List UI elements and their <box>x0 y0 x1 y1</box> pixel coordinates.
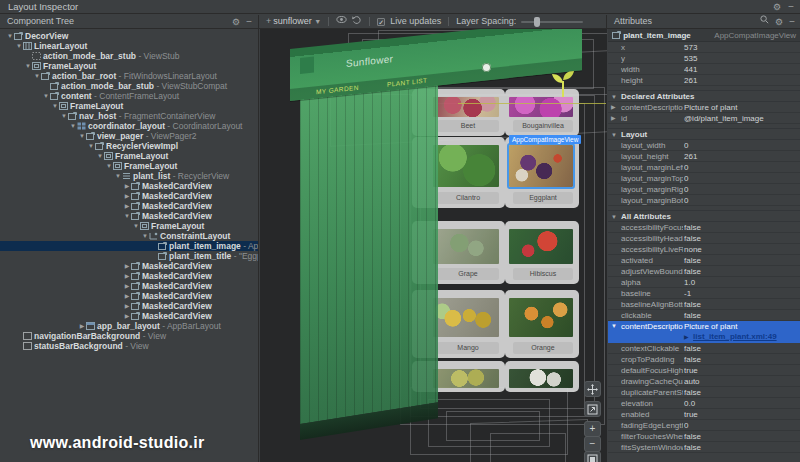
gear-icon[interactable]: ⚙ <box>232 17 240 27</box>
expander-icon[interactable]: ▼ <box>123 211 131 221</box>
slider-thumb[interactable] <box>534 17 540 27</box>
attribute-row-contentDescription[interactable]: ▼contentDescriptionPicture of plant <box>608 321 800 332</box>
attribute-row-elevation[interactable]: elevation0.0 <box>608 398 800 409</box>
expander-icon[interactable]: ▶ <box>123 271 131 281</box>
expander-icon[interactable]: ▶ <box>611 113 616 124</box>
plant-photo[interactable] <box>509 369 573 388</box>
tree-row[interactable]: ▼FrameLayout <box>0 101 258 111</box>
zoom-in-button[interactable]: + <box>584 421 601 437</box>
expander-icon[interactable]: ▶ <box>78 321 86 331</box>
selected-view-row[interactable]: plant_item_image AppCompatImageView <box>608 29 800 42</box>
attribute-row-clickable[interactable]: clickablefalse <box>608 310 800 321</box>
minimize-icon[interactable]: − <box>788 2 794 12</box>
tab-my-garden[interactable]: MY GARDEN <box>316 84 359 96</box>
expander-icon[interactable]: ▼ <box>60 111 68 121</box>
expander-icon[interactable]: ▼ <box>24 61 32 71</box>
tree-row[interactable]: ▼MaskedCardView <box>0 211 258 221</box>
view-options-icon[interactable] <box>336 15 347 28</box>
tree-row[interactable]: plant_item_title - "Eggpla... <box>0 251 258 261</box>
tree-row[interactable]: ▶MaskedCardView <box>0 201 258 211</box>
attribute-row-filterTouchesWhenOb[interactable]: filterTouchesWhenOb...false <box>608 431 800 442</box>
attribute-row-baselineAlignBottom[interactable]: baselineAlignBottomfalse <box>608 299 800 310</box>
attribute-row-drawingCacheQuality[interactable]: drawingCacheQualityauto <box>608 376 800 387</box>
refresh-icon[interactable] <box>352 15 362 29</box>
expander-icon[interactable]: ▶ <box>684 332 689 342</box>
gear-icon[interactable]: ⚙ <box>773 2 781 12</box>
tree-row[interactable]: ▶MaskedCardView <box>0 311 258 321</box>
source-file-link[interactable]: list_item_plant.xml:49 <box>693 332 777 342</box>
expander-icon[interactable]: ▶ <box>123 191 131 201</box>
tree-row[interactable]: ▶MaskedCardView <box>0 271 258 281</box>
process-picker-dropdown[interactable]: +sunflower ▼ <box>266 15 321 28</box>
plant-card-hibiscus[interactable]: Hibiscus <box>505 221 579 284</box>
expander-icon[interactable]: ▼ <box>33 71 41 81</box>
attribute-row-width[interactable]: width441 <box>608 64 800 75</box>
plant-photo-mango[interactable] <box>433 298 499 337</box>
section-header-layout[interactable]: ▼Layout <box>608 128 800 140</box>
attribute-row-contextClickable[interactable]: contextClickablefalse <box>608 343 800 354</box>
tree-row[interactable]: ▼FrameLayout <box>0 151 258 161</box>
expander-icon[interactable]: ▼ <box>87 141 95 151</box>
search-icon[interactable] <box>760 15 769 28</box>
attribute-row-activated[interactable]: activatedfalse <box>608 255 800 266</box>
tree-row[interactable]: plant_item_image - AppC... <box>0 241 258 251</box>
attribute-row-accessibilityLiveRegion[interactable]: accessibilityLiveRegionnone <box>608 244 800 255</box>
zoom-out-button[interactable]: − <box>584 436 601 452</box>
attribute-row-layout_marginLeft[interactable]: layout_marginLeft0 <box>608 162 800 173</box>
tree-row[interactable]: ▶MaskedCardView <box>0 301 258 311</box>
attribute-row-fitsSystemWindows[interactable]: fitsSystemWindowsfalse <box>608 442 800 453</box>
attribute-row-defaultFocusHighlight[interactable]: defaultFocusHighlight...true <box>608 365 800 376</box>
attribute-row-y[interactable]: y535 <box>608 53 800 64</box>
tree-row[interactable]: ▶MaskedCardView <box>0 291 258 301</box>
tree-row[interactable]: ▼ConstraintLayout <box>0 231 258 241</box>
plant-photo-eggplant[interactable] <box>509 145 573 187</box>
tree-row[interactable]: ▼view_pager - ViewPager2 <box>0 131 258 141</box>
expander-icon[interactable]: ▼ <box>42 91 50 101</box>
attribute-row-cropToPadding[interactable]: cropToPaddingfalse <box>608 354 800 365</box>
hide-panel-icon[interactable]: − <box>789 17 795 27</box>
attribute-row-enabled[interactable]: enabledtrue <box>608 409 800 420</box>
attribute-row-layout_marginTop[interactable]: layout_marginTop0 <box>608 173 800 184</box>
tree-row[interactable]: ▼LinearLayout <box>0 41 258 51</box>
attribute-row-contentDescription[interactable]: ▶contentDescriptionPicture of plant <box>608 102 800 113</box>
tree-row[interactable]: navigationBarBackground - View <box>0 331 258 341</box>
tree-row[interactable]: ▼FrameLayout <box>0 61 258 71</box>
expander-icon[interactable]: ▼ <box>51 101 59 111</box>
tab-plant-list[interactable]: PLANT LIST <box>387 77 427 88</box>
live-updates-checkbox[interactable]: ✓ <box>377 18 385 26</box>
attribute-row-duplicateParentState[interactable]: duplicateParentStatefalse <box>608 387 800 398</box>
attribute-row-accessibilityHeading[interactable]: accessibilityHeadingfalse <box>608 233 800 244</box>
expander-icon[interactable]: ▶ <box>123 301 131 311</box>
tree-row[interactable]: ▶app_bar_layout - AppBarLayout <box>0 321 258 331</box>
tree-row[interactable]: ▼FrameLayout <box>0 161 258 171</box>
expander-icon[interactable]: ▼ <box>114 171 122 181</box>
expander-icon[interactable]: ▼ <box>105 161 113 171</box>
plant-photo-beet[interactable] <box>433 97 499 117</box>
tree-row[interactable]: action_mode_bar_stub - ViewStub <box>0 51 258 61</box>
attribute-row-baseline[interactable]: baseline-1 <box>608 288 800 299</box>
plant-photo[interactable] <box>433 369 499 388</box>
attribute-row-layout_height[interactable]: layout_height261 <box>608 151 800 162</box>
expander-icon[interactable]: ▼ <box>6 31 14 41</box>
gear-icon[interactable]: ⚙ <box>775 17 783 27</box>
expander-icon[interactable]: ▶ <box>123 291 131 301</box>
plant-card-eggplant[interactable]: Eggplant <box>505 137 579 208</box>
plant-photo-grape[interactable] <box>433 229 499 264</box>
plant-photo-orange[interactable] <box>509 298 573 337</box>
tree-row[interactable]: ▼coordinator_layout - CoordinatorLayout <box>0 121 258 131</box>
attribute-row-alpha[interactable]: alpha1.0 <box>608 277 800 288</box>
expander-icon[interactable]: ▶ <box>611 102 616 113</box>
attribute-row-id[interactable]: ▶id@id/plant_item_image <box>608 113 800 124</box>
tree-row[interactable]: ▼RecyclerViewImpl <box>0 141 258 151</box>
expander-icon[interactable]: ▶ <box>123 261 131 271</box>
tree-row[interactable]: ▼DecorView <box>0 31 258 41</box>
fit-screen-button[interactable] <box>584 451 601 462</box>
layout-3d-canvas[interactable]: BeetBougainvilleaCilantroEggplantGrapeHi… <box>260 29 607 462</box>
tree-row[interactable]: ▶MaskedCardView <box>0 191 258 201</box>
plant-card[interactable] <box>505 361 579 392</box>
tree-row[interactable]: ▼plant_list - RecyclerView <box>0 171 258 181</box>
section-header-declared-attributes[interactable]: ▼Declared Attributes <box>608 90 800 102</box>
expander-icon[interactable]: ▼ <box>96 151 104 161</box>
tree-row[interactable]: action_mode_bar_stub - ViewStubCompat <box>0 81 258 91</box>
layer-spacing-slider[interactable] <box>521 21 583 23</box>
